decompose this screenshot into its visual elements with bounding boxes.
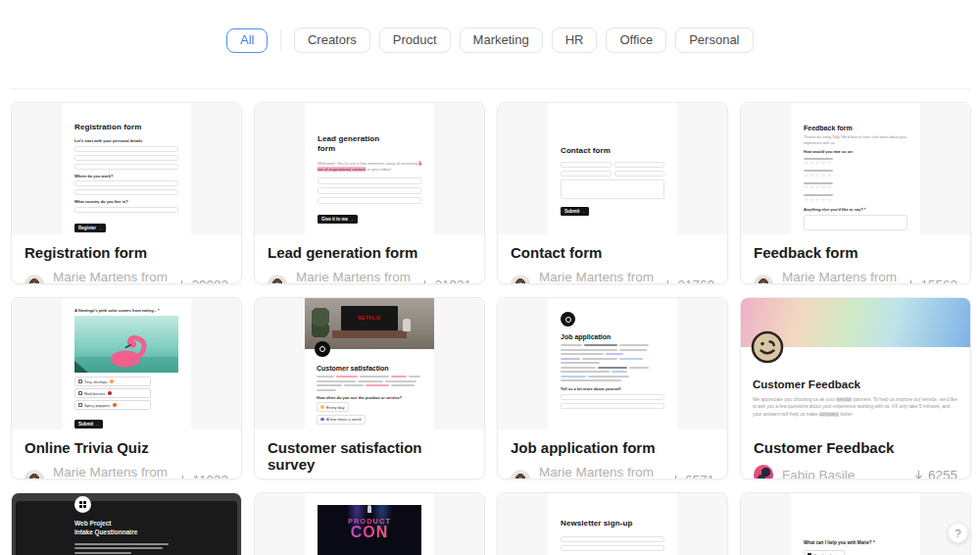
download-icon bbox=[419, 279, 430, 285]
preview-heading: Newsletter sign-up bbox=[561, 519, 664, 528]
card-title: Lead generation form bbox=[268, 244, 471, 261]
filter-creators[interactable]: Creators bbox=[294, 27, 370, 53]
netflix-logo-text: NETFLIX bbox=[359, 316, 381, 321]
mini-input bbox=[74, 207, 178, 213]
card-help-request-form[interactable]: What can I help you with Marie? * Graphi… bbox=[740, 492, 971, 555]
quiz-option: Spicy peppers bbox=[74, 400, 151, 410]
filter-divider bbox=[280, 29, 281, 51]
mini-input bbox=[561, 536, 664, 542]
preview-intro-text: Thanks for using Tally! We'd love to hea… bbox=[804, 135, 907, 146]
mini-submit-button: Submit → bbox=[561, 207, 589, 216]
preview-heading: Registration form bbox=[74, 123, 178, 131]
filter-all[interactable]: All bbox=[226, 28, 267, 53]
author-avatar bbox=[754, 465, 773, 479]
template-grid: Registration form Let's start with your … bbox=[11, 102, 971, 555]
mini-input bbox=[561, 545, 664, 551]
preview-trivia: A flamingo's pink color comes from eatin… bbox=[12, 298, 241, 429]
preview-body-text: better. bbox=[839, 412, 854, 417]
download-count: 6255 bbox=[928, 468, 957, 480]
author-name: Marie Martens from Tally bbox=[53, 465, 177, 479]
card-title: Customer satisfaction survey bbox=[268, 439, 471, 473]
preview-question-label: Anything else you'd like to say? * bbox=[804, 207, 907, 212]
filter-personal[interactable]: Personal bbox=[675, 27, 753, 53]
author-name: Marie Martens from Tally bbox=[539, 270, 662, 284]
card-title: Online Trivia Quiz bbox=[24, 439, 228, 456]
smiley-logo bbox=[751, 330, 784, 364]
author-avatar bbox=[511, 275, 530, 284]
card-customer-satisfaction-survey[interactable]: NETFLIX Customer satisfaction H bbox=[254, 297, 485, 479]
card-productcon-event[interactable]: PRODUCT CON bbox=[254, 492, 485, 555]
mini-input bbox=[318, 187, 421, 194]
downloads-badge: 6255 bbox=[913, 468, 957, 480]
option-dot-icon bbox=[320, 418, 324, 422]
preview-heading: Lead generation form bbox=[318, 134, 386, 154]
download-count: 29082 bbox=[191, 278, 228, 285]
card-contact-form[interactable]: Contact form Submit → Contact form Marie… bbox=[497, 102, 728, 284]
author-name: Marie Martens from Tally bbox=[539, 465, 670, 479]
filter-office[interactable]: Office bbox=[606, 27, 666, 53]
card-newsletter-signup[interactable]: Newsletter sign-up Yes, I would like to … bbox=[497, 492, 728, 555]
download-count: 21760 bbox=[677, 278, 714, 285]
star-rating-row: ☆☆☆☆☆ bbox=[804, 197, 907, 204]
card-job-application-form[interactable]: Job application Tell us a bit more about… bbox=[497, 297, 728, 479]
preview-question-label: Tell us a bit more about yourself bbox=[561, 386, 664, 391]
preview-question-label: What can I help you with Marie? * bbox=[804, 540, 907, 545]
shrimp-emoji-icon bbox=[110, 379, 114, 383]
preview-help-form: What can I help you with Marie? * Graphi… bbox=[741, 493, 970, 555]
author-avatar bbox=[754, 275, 773, 284]
card-customer-feedback[interactable]: Customer Feedback We appreciate you choo… bbox=[740, 297, 971, 479]
preview-heading: Feedback form bbox=[804, 125, 907, 131]
preview-heading-line: Intake Questionnaire bbox=[74, 529, 184, 537]
download-icon bbox=[906, 279, 916, 285]
filter-product[interactable]: Product bbox=[379, 27, 451, 53]
preview-intro-text: in your inbox! bbox=[366, 167, 391, 172]
answer-chip: Every day bbox=[317, 402, 349, 412]
author-avatar bbox=[24, 275, 44, 284]
card-registration-form[interactable]: Registration form Let's start with your … bbox=[11, 102, 242, 284]
download-icon bbox=[176, 279, 187, 285]
author-avatar bbox=[24, 470, 44, 479]
preview-heading: Customer Feedback bbox=[753, 378, 958, 390]
card-title: Customer Feedback bbox=[754, 439, 957, 456]
downloads-badge: 6571 bbox=[670, 473, 714, 480]
card-feedback-form[interactable]: Feedback form Thanks for using Tally! We… bbox=[740, 102, 971, 284]
preview-question-label: How would you rate us on: bbox=[804, 149, 907, 154]
pepper-emoji-icon bbox=[113, 403, 117, 407]
filter-hr[interactable]: HR bbox=[552, 27, 598, 53]
mini-input bbox=[318, 177, 421, 184]
flamingo-image bbox=[74, 316, 178, 373]
help-button[interactable]: ? bbox=[948, 523, 968, 543]
mini-input bbox=[614, 162, 665, 168]
mini-input bbox=[74, 180, 178, 186]
answer-chip: A few times a week bbox=[317, 415, 366, 425]
star-rating-row: ☆☆☆☆☆ bbox=[804, 160, 907, 167]
mini-textarea bbox=[804, 215, 907, 230]
preview-highlight-text: company bbox=[819, 412, 839, 417]
preview-heading: Customer satisfaction bbox=[317, 365, 422, 372]
card-online-trivia-quiz[interactable]: A flamingo's pink color comes from eatin… bbox=[11, 297, 242, 479]
checkbox-icon bbox=[78, 379, 82, 383]
preview-customer-satisfaction: NETFLIX Customer satisfaction H bbox=[255, 298, 484, 429]
preview-web-project: Web Project Intake Questionnaire bbox=[12, 493, 241, 555]
form-logo bbox=[74, 496, 91, 513]
star-rating-row: ☆☆☆☆☆ bbox=[804, 184, 907, 191]
card-web-project-intake[interactable]: Web Project Intake Questionnaire bbox=[11, 492, 242, 555]
option-label: Red berries bbox=[84, 391, 106, 396]
speaker-figure bbox=[368, 505, 371, 513]
tv-screen: NETFLIX bbox=[341, 306, 398, 330]
preview-question-label: A flamingo's pink color comes from eatin… bbox=[74, 308, 178, 313]
downloads-badge: 15563 bbox=[906, 278, 957, 285]
preview-registration: Registration form Let's start with your … bbox=[12, 103, 241, 234]
downloads-badge: 21760 bbox=[662, 278, 714, 285]
preview-question-label: How often do you use the product or serv… bbox=[317, 395, 422, 400]
card-lead-generation-form[interactable]: Lead generation form Welcome! You're jus… bbox=[254, 102, 485, 284]
downloads-badge: 21921 bbox=[419, 278, 471, 285]
option-label: A few times a week bbox=[326, 417, 362, 422]
lamp-decor bbox=[403, 319, 411, 331]
download-icon bbox=[177, 475, 188, 480]
download-icon bbox=[662, 279, 673, 285]
filter-marketing[interactable]: Marketing bbox=[460, 27, 543, 53]
star-rating-row: ☆☆☆☆☆ bbox=[804, 173, 907, 179]
plant-decor bbox=[312, 308, 329, 337]
download-count: 11032 bbox=[192, 473, 228, 480]
